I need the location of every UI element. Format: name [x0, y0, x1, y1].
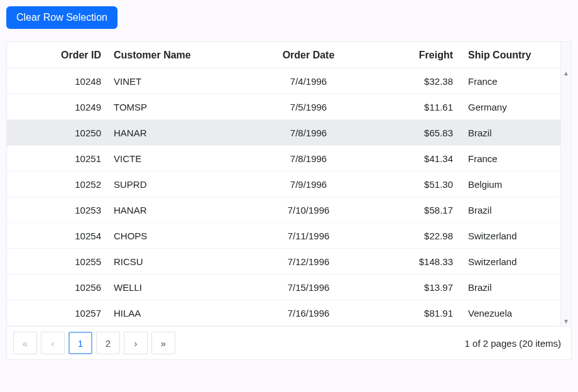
cell-order-id: 10248: [7, 76, 107, 87]
cell-customer-name: TOMSP: [107, 102, 252, 112]
pager-first-button[interactable]: «: [13, 332, 37, 354]
table-row[interactable]: 10251VICTE7/8/1996$41.34France: [7, 146, 560, 172]
cell-order-id: 10252: [7, 179, 107, 190]
pager-last-button[interactable]: »: [151, 332, 175, 354]
cell-freight: $148.33: [365, 256, 459, 267]
header-scrollbar-spacer: [560, 42, 571, 68]
cell-freight: $41.34: [365, 153, 459, 164]
cell-order-date: 7/10/1996: [252, 205, 365, 215]
cell-ship-country: Venezuela: [459, 308, 560, 318]
grid-header-row: Order ID Customer Name Order Date Freigh…: [7, 42, 560, 68]
cell-order-id: 10253: [7, 205, 107, 215]
cell-customer-name: HILAA: [107, 308, 252, 318]
cell-ship-country: France: [459, 76, 560, 87]
table-row[interactable]: 10253HANAR7/10/1996$58.17Brazil: [7, 197, 560, 223]
cell-customer-name: WELLI: [107, 282, 252, 293]
cell-customer-name: VINET: [107, 76, 252, 87]
cell-order-id: 10250: [7, 128, 107, 138]
cell-order-date: 7/15/1996: [252, 282, 365, 293]
cell-order-date: 7/8/1996: [252, 128, 365, 138]
cell-freight: $13.97: [365, 282, 459, 293]
table-row[interactable]: 10255RICSU7/12/1996$148.33Switzerland: [7, 249, 560, 275]
table-row[interactable]: 10256WELLI7/15/1996$13.97Brazil: [7, 275, 560, 300]
pager-prev-button[interactable]: ‹: [41, 332, 65, 354]
scroll-down-icon[interactable]: ▼: [563, 317, 569, 326]
cell-freight: $65.83: [365, 128, 459, 138]
cell-ship-country: Brazil: [459, 128, 560, 138]
pager-next-button[interactable]: ›: [124, 332, 148, 354]
column-header-freight[interactable]: Freight: [365, 50, 459, 61]
pager-info: 1 of 2 pages (20 items): [465, 338, 565, 349]
cell-ship-country: Switzerland: [459, 256, 560, 267]
pager: « ‹ 12 › » 1 of 2 pages (20 items): [7, 326, 571, 359]
table-row[interactable]: 10257HILAA7/16/1996$81.91Venezuela: [7, 300, 560, 326]
cell-ship-country: France: [459, 153, 560, 164]
column-header-customer-name[interactable]: Customer Name: [107, 50, 252, 61]
cell-freight: $51.30: [365, 179, 459, 190]
cell-freight: $81.91: [365, 308, 459, 318]
cell-customer-name: SUPRD: [107, 179, 252, 190]
cell-customer-name: RICSU: [107, 256, 252, 267]
cell-ship-country: Brazil: [459, 205, 560, 215]
column-header-order-date[interactable]: Order Date: [252, 50, 365, 61]
cell-order-id: 10256: [7, 282, 107, 293]
column-header-ship-country[interactable]: Ship Country: [459, 50, 560, 61]
cell-freight: $22.98: [365, 231, 459, 241]
cell-order-id: 10255: [7, 256, 107, 267]
cell-order-date: 7/12/1996: [252, 256, 365, 267]
table-row[interactable]: 10250HANAR7/8/1996$65.83Brazil: [7, 120, 560, 146]
vertical-scrollbar[interactable]: ▲ ▼: [560, 68, 571, 326]
cell-order-id: 10254: [7, 231, 107, 241]
clear-row-selection-button[interactable]: Clear Row Selection: [6, 6, 117, 29]
table-row[interactable]: 10254CHOPS7/11/1996$22.98Switzerland: [7, 223, 560, 249]
table-row[interactable]: 10249TOMSP7/5/1996$11.61Germany: [7, 94, 560, 120]
cell-order-date: 7/4/1996: [252, 76, 365, 87]
pager-page-button[interactable]: 1: [68, 332, 92, 354]
cell-customer-name: HANAR: [107, 128, 252, 138]
cell-customer-name: CHOPS: [107, 231, 252, 241]
cell-order-date: 7/5/1996: [252, 102, 365, 112]
cell-order-date: 7/9/1996: [252, 179, 365, 190]
cell-customer-name: VICTE: [107, 153, 252, 164]
column-header-order-id[interactable]: Order ID: [7, 50, 107, 61]
scroll-up-icon[interactable]: ▲: [563, 68, 569, 78]
cell-order-date: 7/8/1996: [252, 153, 365, 164]
cell-customer-name: HANAR: [107, 205, 252, 215]
data-grid: Order ID Customer Name Order Date Freigh…: [6, 41, 572, 360]
pager-page-button[interactable]: 2: [96, 332, 120, 354]
cell-ship-country: Brazil: [459, 282, 560, 293]
cell-order-id: 10251: [7, 153, 107, 164]
cell-order-date: 7/11/1996: [252, 231, 365, 241]
cell-ship-country: Switzerland: [459, 231, 560, 241]
cell-freight: $58.17: [365, 205, 459, 215]
cell-order-id: 10249: [7, 102, 107, 112]
table-row[interactable]: 10248VINET7/4/1996$32.38France: [7, 68, 560, 94]
table-row[interactable]: 10252SUPRD7/9/1996$51.30Belgium: [7, 172, 560, 197]
cell-freight: $32.38: [365, 76, 459, 87]
cell-order-id: 10257: [7, 308, 107, 318]
cell-freight: $11.61: [365, 102, 459, 112]
cell-ship-country: Germany: [459, 102, 560, 112]
cell-order-date: 7/16/1996: [252, 308, 365, 318]
cell-ship-country: Belgium: [459, 179, 560, 190]
